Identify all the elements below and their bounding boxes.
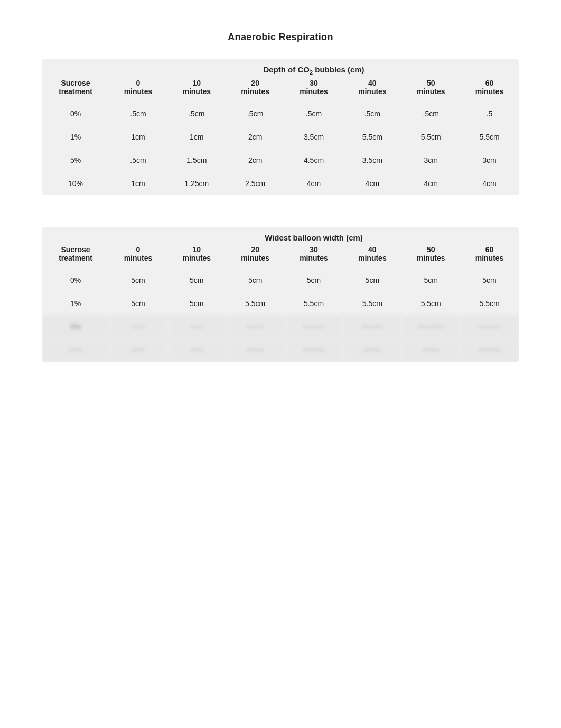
table2-section: Widest balloon width (cm) Sucrosetreatme…: [42, 227, 519, 362]
table2: Widest balloon width (cm) Sucrosetreatme…: [42, 227, 519, 362]
table1-row-10pct-40min: 4cm: [343, 172, 401, 195]
table1-row-1pct-50min: 5.5cm: [401, 125, 460, 149]
table2-col-20min: 20minutes: [226, 244, 285, 269]
table2-col-60min: 60minutes: [460, 244, 519, 269]
table2-row-0pct-20min: 5cm: [226, 269, 285, 292]
table1-row-10pct-0min: 1cm: [109, 172, 167, 195]
table1-col-50min: 50minutes: [401, 78, 460, 102]
table1-section: Depth of CO2 bubbles (cm) Sucrosetreatme…: [42, 59, 519, 195]
table1-col-20min: 20minutes: [226, 78, 285, 102]
table1-row-0pct-20min: .5cm: [226, 102, 285, 125]
table1-row-0pct-60min: .5: [460, 102, 519, 125]
table2-row-5pct-30min: ~~~~~: [285, 315, 343, 338]
table2-row-1pct: 1% 5cm 5cm 5.5cm 5.5cm 5.5cm 5.5cm 5.5cm: [42, 292, 519, 315]
table2-corner: [42, 227, 109, 244]
table1-row-5pct-label: 5%: [42, 149, 109, 172]
table1-row-1pct-label: 1%: [42, 125, 109, 149]
table2-row-1pct-10min: 5cm: [167, 292, 226, 315]
table1: Depth of CO2 bubbles (cm) Sucrosetreatme…: [42, 59, 519, 195]
table1-row-1pct-60min: 5.5cm: [460, 125, 519, 149]
table1-row-10pct-60min: 4cm: [460, 172, 519, 195]
table1-row-0pct: 0% .5cm .5cm .5cm .5cm .5cm .5cm .5: [42, 102, 519, 125]
table2-row-10pct-10min: ~~~: [167, 338, 226, 362]
table1-corner: [42, 59, 109, 78]
table2-col-40min: 40minutes: [343, 244, 401, 269]
table2-main-header: Widest balloon width (cm): [109, 227, 519, 244]
table2-row-10pct-0min: ~~~: [109, 338, 167, 362]
table2-row-0pct-50min: 5cm: [401, 269, 460, 292]
table1-row-10pct-30min: 4cm: [285, 172, 343, 195]
table2-row-5pct: 5% ~~~ ~~~ ~~~~ ~~~~~ ~~~~~ ~~~~~~ ~~~~~: [42, 315, 519, 338]
table1-row-1pct-0min: 1cm: [109, 125, 167, 149]
table2-row-10pct-60min: ~~~~~: [460, 338, 519, 362]
table2-row-1pct-label: 1%: [42, 292, 109, 315]
table2-row-0pct-60min: 5cm: [460, 269, 519, 292]
table2-col-50min: 50minutes: [401, 244, 460, 269]
table1-row-0pct-40min: .5cm: [343, 102, 401, 125]
table2-row-5pct-20min: ~~~~: [226, 315, 285, 338]
table1-row-0pct-label: 0%: [42, 102, 109, 125]
table2-row-0pct-40min: 5cm: [343, 269, 401, 292]
table1-row-5pct-50min: 3cm: [401, 149, 460, 172]
table2-row-10pct-label: ~~~: [42, 338, 109, 362]
table2-row-5pct-0min: ~~~: [109, 315, 167, 338]
table2-col-30min: 30minutes: [285, 244, 343, 269]
table1-subheader-row: Sucrosetreatment 0minutes 10minutes 20mi…: [42, 78, 519, 102]
table1-row-10pct-10min: 1.25cm: [167, 172, 226, 195]
table2-col-0min: 0minutes: [109, 244, 167, 269]
table1-col-40min: 40minutes: [343, 78, 401, 102]
table2-row-0pct-0min: 5cm: [109, 269, 167, 292]
table1-row-5pct-0min: .5cm: [109, 149, 167, 172]
table2-row-0pct: 0% 5cm 5cm 5cm 5cm 5cm 5cm 5cm: [42, 269, 519, 292]
title-text: Anaerobic Respiration: [228, 32, 333, 42]
table1-row-5pct-20min: 2cm: [226, 149, 285, 172]
table2-row-5pct-40min: ~~~~~: [343, 315, 401, 338]
table1-row-5pct-60min: 3cm: [460, 149, 519, 172]
table1-row-1pct: 1% 1cm 1cm 2cm 3.5cm 5.5cm 5.5cm 5.5cm: [42, 125, 519, 149]
table1-main-header: Depth of CO2 bubbles (cm): [109, 59, 519, 78]
table2-row-5pct-label: 5%: [42, 315, 109, 338]
table1-col-60min: 60minutes: [460, 78, 519, 102]
table2-row-10pct: ~~~ ~~~ ~~~ ~~~~ ~~~~~ ~~~~ ~~~~ ~~~~~: [42, 338, 519, 362]
table1-row-1pct-30min: 3.5cm: [285, 125, 343, 149]
table2-row-1pct-20min: 5.5cm: [226, 292, 285, 315]
page-title: Anaerobic Respiration: [42, 32, 519, 43]
table1-col-30min: 30minutes: [285, 78, 343, 102]
table1-row-10pct: 10% 1cm 1.25cm 2.5cm 4cm 4cm 4cm 4cm: [42, 172, 519, 195]
table2-row-1pct-50min: 5.5cm: [401, 292, 460, 315]
table1-row-10pct-50min: 4cm: [401, 172, 460, 195]
table1-row-0pct-30min: .5cm: [285, 102, 343, 125]
table2-row-5pct-50min: ~~~~~~: [401, 315, 460, 338]
table2-row-1pct-40min: 5.5cm: [343, 292, 401, 315]
table2-row-10pct-40min: ~~~~: [343, 338, 401, 362]
table2-col-10min: 10minutes: [167, 244, 226, 269]
table1-row-5pct-40min: 3.5cm: [343, 149, 401, 172]
table1-row-5pct-10min: 1.5cm: [167, 149, 226, 172]
table1-row-5pct: 5% .5cm 1.5cm 2cm 4.5cm 3.5cm 3cm 3cm: [42, 149, 519, 172]
table1-col-10min: 10minutes: [167, 78, 226, 102]
table2-row-5pct-10min: ~~~: [167, 315, 226, 338]
table2-row-5pct-60min: ~~~~~: [460, 315, 519, 338]
table2-row-1pct-30min: 5.5cm: [285, 292, 343, 315]
table1-row-0pct-50min: .5cm: [401, 102, 460, 125]
table2-row-10pct-50min: ~~~~: [401, 338, 460, 362]
table2-row-1pct-0min: 5cm: [109, 292, 167, 315]
table1-row-0pct-10min: .5cm: [167, 102, 226, 125]
table2-row-0pct-30min: 5cm: [285, 269, 343, 292]
table1-row-label-header: Sucrosetreatment: [42, 78, 109, 102]
table1-header-row: Depth of CO2 bubbles (cm): [42, 59, 519, 78]
table2-row-10pct-20min: ~~~~: [226, 338, 285, 362]
table1-row-10pct-20min: 2.5cm: [226, 172, 285, 195]
table2-row-label-header: Sucrosetreatment: [42, 244, 109, 269]
table1-row-1pct-10min: 1cm: [167, 125, 226, 149]
table1-row-1pct-20min: 2cm: [226, 125, 285, 149]
table2-row-1pct-60min: 5.5cm: [460, 292, 519, 315]
table2-row-0pct-label: 0%: [42, 269, 109, 292]
table2-row-10pct-30min: ~~~~~: [285, 338, 343, 362]
table1-row-5pct-30min: 4.5cm: [285, 149, 343, 172]
table2-row-0pct-10min: 5cm: [167, 269, 226, 292]
table1-col-0min: 0minutes: [109, 78, 167, 102]
table2-subheader-row: Sucrosetreatment 0minutes 10minutes 20mi…: [42, 244, 519, 269]
table1-row-0pct-0min: .5cm: [109, 102, 167, 125]
table2-header-row: Widest balloon width (cm): [42, 227, 519, 244]
